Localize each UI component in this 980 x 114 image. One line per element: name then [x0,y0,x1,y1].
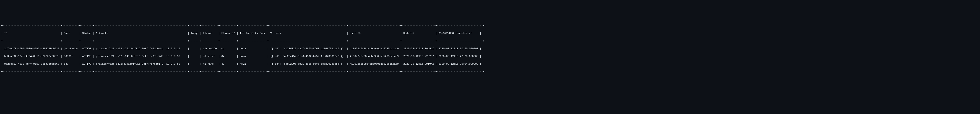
table-border-top: +--------------------------------------+… [1,24,979,28]
table-row: | 0c2ceb17-4333-484f-9158-88da3c8ebd67 |… [1,62,979,66]
table-border-mid: +--------------------------------------+… [1,39,979,43]
table-row: | 2b7eedf8-e5b4-4539-89b6-a89421bcb93f |… [1,47,979,51]
table-row: | ba3ea59f-10cb-4f94-8c16-d2b6b6e6087c |… [1,55,979,58]
table-header-row: | ID | Name | Status | Networks | Image … [1,31,979,35]
table-border-bottom: +--------------------------------------+… [1,70,979,74]
terminal-output: +--------------------------------------+… [0,19,980,79]
